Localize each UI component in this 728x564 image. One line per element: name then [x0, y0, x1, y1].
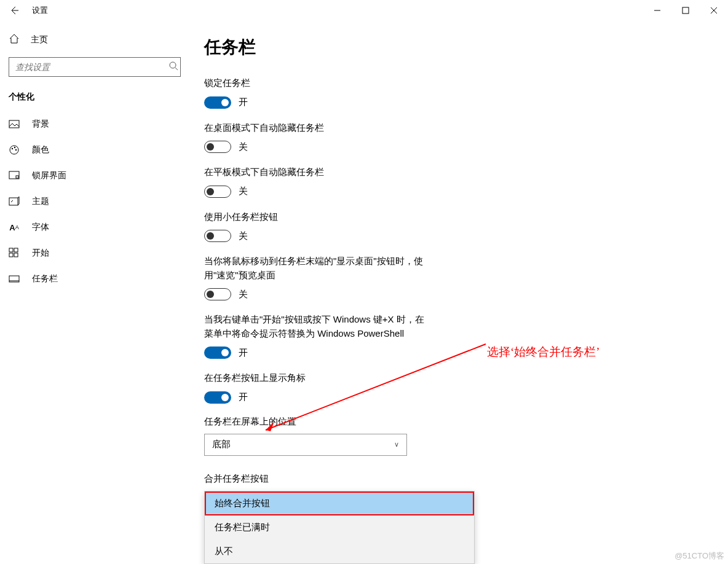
sidebar-item-themes[interactable]: 主题	[0, 189, 192, 214]
combine-option-full[interactable]: 任务栏已满时	[205, 515, 474, 539]
toggle-state: 关	[239, 289, 248, 300]
setting-6: 在任务栏按钮上显示角标开	[204, 371, 425, 404]
toggle-state: 开	[239, 391, 248, 403]
sidebar-item-background[interactable]: 背景	[0, 111, 192, 137]
start-icon	[9, 248, 20, 259]
toggle-knob	[221, 99, 229, 106]
setting-0: 锁定任务栏开	[204, 76, 425, 109]
toggle-knob	[207, 143, 214, 151]
toggle-state: 关	[239, 186, 248, 197]
watermark: @51CTO博客	[675, 550, 724, 562]
font-icon: AA	[9, 222, 20, 233]
toggle-state: 关	[239, 141, 248, 153]
taskbar-icon	[9, 273, 20, 284]
setting-label: 当我右键单击"开始"按钮或按下 Windows 键+X 时，在菜单中将命令提示符…	[204, 313, 425, 340]
toggle-switch[interactable]	[204, 230, 231, 242]
sidebar-item-fonts[interactable]: AA 字体	[0, 214, 192, 240]
svg-point-10	[15, 149, 17, 151]
sidebar-item-label: 锁屏界面	[32, 170, 66, 181]
toggle-knob	[221, 349, 229, 356]
position-select[interactable]: 底部 ∨	[204, 434, 407, 456]
palette-icon	[9, 144, 20, 155]
combine-label: 合并任务栏按钮	[204, 473, 728, 485]
setting-5: 当我右键单击"开始"按钮或按下 Windows 键+X 时，在菜单中将命令提示符…	[204, 313, 425, 359]
setting-label: 锁定任务栏	[204, 76, 425, 90]
setting-4: 当你将鼠标移动到任务栏末端的"显示桌面"按钮时，使用"速览"预览桌面关	[204, 254, 425, 300]
sidebar-item-label: 背景	[32, 119, 49, 130]
sidebar-item-label: 主题	[32, 196, 49, 207]
toggle-knob	[207, 232, 214, 240]
toggle-switch[interactable]	[204, 288, 231, 300]
svg-line-5	[175, 68, 178, 70]
chevron-down-icon: ∨	[394, 441, 399, 448]
window-titlebar: 设置	[0, 0, 728, 21]
sidebar-item-label: 任务栏	[32, 273, 58, 284]
toggle-switch[interactable]	[204, 186, 231, 198]
setting-2: 在平板模式下自动隐藏任务栏关	[204, 165, 425, 198]
home-icon	[9, 33, 20, 46]
toggle-switch[interactable]	[204, 347, 231, 359]
svg-point-8	[12, 148, 13, 149]
svg-rect-13	[9, 198, 18, 205]
setting-label: 当你将鼠标移动到任务栏末端的"显示桌面"按钮时，使用"速览"预览桌面	[204, 254, 425, 282]
position-value: 底部	[212, 439, 231, 450]
toggle-knob	[207, 291, 214, 298]
back-arrow-icon	[9, 6, 19, 15]
svg-rect-6	[9, 120, 19, 128]
sidebar-item-label: 开始	[32, 248, 49, 259]
svg-point-9	[14, 147, 15, 148]
sidebar-category: 个性化	[0, 88, 192, 111]
svg-rect-11	[9, 171, 19, 179]
sidebar-item-start[interactable]: 开始	[0, 240, 192, 266]
svg-rect-12	[16, 176, 18, 178]
toggle-knob	[221, 394, 229, 401]
setting-label: 使用小任务栏按钮	[204, 210, 425, 224]
svg-rect-14	[9, 248, 13, 252]
close-button[interactable]	[700, 0, 728, 21]
sidebar-nav: 背景 颜色 锁屏界面 主题 AA 字体 开始	[0, 111, 192, 292]
combine-option-never[interactable]: 从不	[205, 539, 474, 563]
close-icon	[710, 7, 718, 14]
svg-point-4	[170, 62, 176, 68]
svg-rect-17	[14, 253, 18, 257]
toggle-knob	[207, 188, 214, 195]
picture-icon	[9, 119, 20, 130]
sidebar-home-label: 主页	[31, 34, 48, 45]
toggle-state: 关	[239, 230, 248, 242]
setting-label: 在任务栏按钮上显示角标	[204, 371, 425, 385]
sidebar: 主页 个性化 背景 颜色 锁屏界面 主题	[0, 21, 192, 564]
annotation-text: 选择‘始终合并任务栏’	[487, 344, 600, 360]
minimize-button[interactable]	[643, 0, 671, 21]
svg-rect-16	[9, 253, 13, 257]
svg-rect-15	[14, 248, 18, 252]
sidebar-item-label: 字体	[32, 222, 49, 233]
toggle-switch[interactable]	[204, 96, 231, 109]
toggle-state: 开	[239, 347, 248, 359]
sidebar-item-lockscreen[interactable]: 锁屏界面	[0, 163, 192, 189]
setting-3: 使用小任务栏按钮关	[204, 210, 425, 243]
maximize-button[interactable]	[671, 0, 700, 21]
setting-label: 在平板模式下自动隐藏任务栏	[204, 165, 425, 179]
svg-point-7	[10, 146, 18, 154]
maximize-icon	[682, 7, 689, 14]
main-content: 任务栏 锁定任务栏开在桌面模式下自动隐藏任务栏关在平板模式下自动隐藏任务栏关使用…	[192, 21, 728, 564]
page-title: 任务栏	[204, 36, 728, 59]
setting-label: 在桌面模式下自动隐藏任务栏	[204, 121, 425, 135]
combine-option-always[interactable]: 始终合并按钮	[205, 492, 474, 515]
search-box[interactable]	[9, 57, 183, 77]
toggle-switch[interactable]	[204, 141, 231, 153]
toggle-state: 开	[239, 96, 248, 108]
sidebar-item-colors[interactable]: 颜色	[0, 137, 192, 163]
combine-dropdown: 始终合并按钮 任务栏已满时 从不	[204, 491, 475, 564]
minimize-icon	[654, 7, 661, 14]
search-input[interactable]	[9, 57, 181, 77]
sidebar-item-label: 颜色	[32, 144, 49, 155]
theme-icon	[9, 196, 20, 207]
sidebar-item-taskbar[interactable]: 任务栏	[0, 266, 192, 292]
lockscreen-icon	[9, 170, 20, 181]
toggle-switch[interactable]	[204, 391, 231, 404]
back-button[interactable]	[9, 5, 20, 16]
position-label: 任务栏在屏幕上的位置	[204, 416, 728, 428]
sidebar-home[interactable]: 主页	[0, 27, 192, 52]
search-icon	[168, 61, 178, 72]
